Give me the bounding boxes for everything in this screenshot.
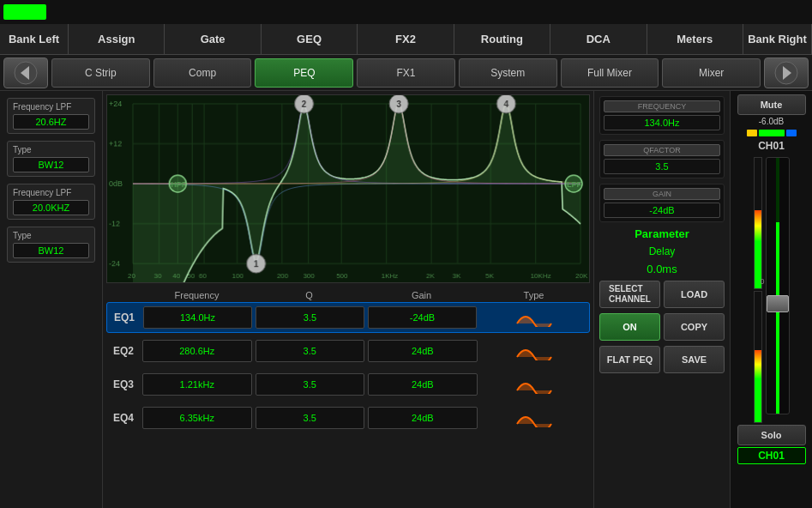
frequency-label: FREQUENCY bbox=[604, 100, 720, 112]
header-q: Q bbox=[253, 290, 365, 300]
frequency-value[interactable]: 134.0Hz bbox=[604, 115, 720, 130]
eq1-q[interactable]: 3.5 bbox=[256, 306, 364, 329]
freq-lpf-group-1: Frequency LPF 20.6HZ bbox=[7, 98, 95, 134]
nav-geq[interactable]: GEQ bbox=[262, 24, 358, 54]
peq-button[interactable]: PEQ bbox=[255, 58, 353, 88]
eq4-gain[interactable]: 24dB bbox=[368, 407, 478, 429]
eq2-q[interactable]: 3.5 bbox=[256, 340, 365, 362]
gain-value[interactable]: -24dB bbox=[604, 203, 720, 218]
meter-fader-area: 0 bbox=[754, 157, 790, 423]
eq4-type[interactable] bbox=[481, 407, 589, 429]
bank-right-button[interactable] bbox=[764, 57, 809, 88]
eq1-gain[interactable]: -24dB bbox=[368, 306, 477, 329]
nav-meters[interactable]: Meters bbox=[647, 24, 743, 54]
eq-row-3[interactable]: EQ3 1.21kHz 3.5 24dB bbox=[106, 369, 590, 400]
meter-bars bbox=[754, 157, 762, 423]
on-button[interactable]: ON bbox=[599, 313, 660, 341]
qfactor-display: QFACTOR 3.5 bbox=[599, 140, 725, 178]
header-frequency: Frequency bbox=[141, 290, 253, 300]
eq1-freq[interactable]: 134.0Hz bbox=[143, 306, 252, 329]
gain-display: GAIN -24dB bbox=[599, 184, 725, 222]
copy-button[interactable]: COPY bbox=[664, 313, 725, 341]
nav-dca[interactable]: DCA bbox=[550, 24, 647, 54]
qfactor-value[interactable]: 3.5 bbox=[604, 159, 720, 174]
main-content: Frequency LPF 20.6HZ Type BW12 Frequency… bbox=[0, 91, 812, 508]
gain-label: GAIN bbox=[604, 188, 720, 200]
nav-gate[interactable]: Gate bbox=[165, 24, 261, 54]
eq-row-1[interactable]: EQ1 134.0Hz 3.5 -24dB bbox=[106, 302, 590, 333]
type-group-2: Type BW12 bbox=[7, 227, 95, 263]
on-copy-row: ON COPY bbox=[599, 313, 725, 341]
eq-row-2[interactable]: EQ2 280.6Hz 3.5 24dB bbox=[106, 336, 590, 366]
meter-panel: Mute -6.0dB CH01 0 bbox=[731, 91, 812, 508]
fullmixer-button[interactable]: Full Mixer bbox=[561, 58, 659, 88]
flat-save-row: FLAT PEQ SAVE bbox=[599, 346, 725, 373]
top-bar bbox=[0, 0, 812, 24]
fader-handle[interactable] bbox=[767, 295, 789, 312]
eq-table-headers: Frequency Q Gain Type bbox=[141, 288, 590, 302]
flat-peq-button[interactable]: FLAT PEQ bbox=[599, 346, 660, 373]
eq3-label: EQ3 bbox=[106, 378, 141, 390]
freq-lpf-value-1[interactable]: 20.6HZ bbox=[13, 114, 89, 130]
meter-bar-right bbox=[754, 291, 762, 423]
nav-routing[interactable]: Routing bbox=[454, 24, 550, 54]
eq-canvas bbox=[107, 95, 589, 282]
mixer-button[interactable]: Mixer bbox=[662, 58, 761, 88]
color-block-green bbox=[759, 130, 785, 136]
type-group-1: Type BW12 bbox=[7, 141, 95, 177]
fader-area: 0 bbox=[766, 157, 790, 423]
button-row: C Strip Comp PEQ FX1 System Full Mixer M… bbox=[0, 55, 812, 91]
delay-label: Delay bbox=[599, 245, 725, 257]
nav-assign[interactable]: Assign bbox=[69, 24, 165, 54]
eq3-type[interactable] bbox=[481, 373, 589, 396]
nav-fx2[interactable]: FX2 bbox=[358, 24, 454, 54]
nav-bank-left[interactable]: Bank Left bbox=[0, 24, 69, 54]
status-indicator bbox=[3, 4, 46, 20]
cstrip-button[interactable]: C Strip bbox=[51, 58, 150, 88]
qfactor-label: QFACTOR bbox=[604, 144, 720, 156]
select-load-row: SELECTCHANNEL LOAD bbox=[599, 281, 725, 308]
db-label: -6.0dB bbox=[759, 117, 784, 126]
color-block-blue bbox=[786, 130, 797, 136]
eq1-type[interactable] bbox=[480, 306, 587, 329]
comp-button[interactable]: Comp bbox=[153, 58, 252, 88]
mute-button[interactable]: Mute bbox=[737, 94, 806, 115]
bank-left-button[interactable] bbox=[3, 57, 48, 88]
eq4-freq[interactable]: 6.35kHz bbox=[142, 407, 252, 429]
eq2-type[interactable] bbox=[481, 340, 589, 362]
right-controls-panel: FREQUENCY 134.0Hz QFACTOR 3.5 GAIN -24dB… bbox=[593, 91, 731, 508]
fader-track-container[interactable] bbox=[766, 157, 790, 414]
freq-lpf-label-1: Frequency LPF bbox=[13, 102, 89, 112]
eq4-q[interactable]: 3.5 bbox=[256, 407, 365, 429]
zero-marker: 0 bbox=[761, 277, 761, 286]
eq1-label: EQ1 bbox=[107, 311, 141, 324]
eq2-freq[interactable]: 280.6Hz bbox=[142, 340, 252, 362]
select-channel-button[interactable]: SELECTCHANNEL bbox=[599, 281, 660, 308]
eq-row-4[interactable]: EQ4 6.35kHz 3.5 24dB bbox=[106, 402, 590, 433]
freq-lpf-label-2: Frequency LPF bbox=[13, 188, 89, 197]
system-button[interactable]: System bbox=[459, 58, 557, 88]
eq3-q[interactable]: 3.5 bbox=[256, 373, 365, 396]
eq-table: Frequency Q Gain Type EQ1 134.0Hz 3.5 -2… bbox=[103, 287, 593, 508]
color-blocks bbox=[747, 130, 797, 136]
ch-label-top: CH01 bbox=[758, 140, 785, 152]
save-button[interactable]: SAVE bbox=[664, 346, 725, 373]
load-button[interactable]: LOAD bbox=[664, 281, 725, 308]
eq3-gain[interactable]: 24dB bbox=[368, 373, 478, 396]
eq3-freq[interactable]: 1.21kHz bbox=[142, 373, 252, 396]
eq2-gain[interactable]: 24dB bbox=[368, 340, 478, 362]
frequency-display: FREQUENCY 134.0Hz bbox=[599, 96, 725, 135]
param-title: Parameter bbox=[599, 227, 725, 240]
meter-bar-right-fill bbox=[755, 350, 761, 422]
nav-bank-right[interactable]: Bank Right bbox=[743, 24, 812, 54]
nav-row: Bank Left Assign Gate GEQ FX2 Routing DC… bbox=[0, 24, 812, 55]
type-value-2[interactable]: BW12 bbox=[13, 243, 89, 258]
solo-button[interactable]: Solo bbox=[737, 425, 806, 445]
freq-lpf-value-2[interactable]: 20.0KHZ bbox=[13, 200, 89, 215]
delay-value: 0.0ms bbox=[599, 263, 725, 275]
type-value-1[interactable]: BW12 bbox=[13, 157, 89, 172]
fx1-button[interactable]: FX1 bbox=[357, 58, 455, 88]
header-gain: Gain bbox=[365, 290, 478, 300]
eq-display bbox=[106, 94, 590, 283]
ch-bottom-label: CH01 bbox=[737, 447, 806, 464]
